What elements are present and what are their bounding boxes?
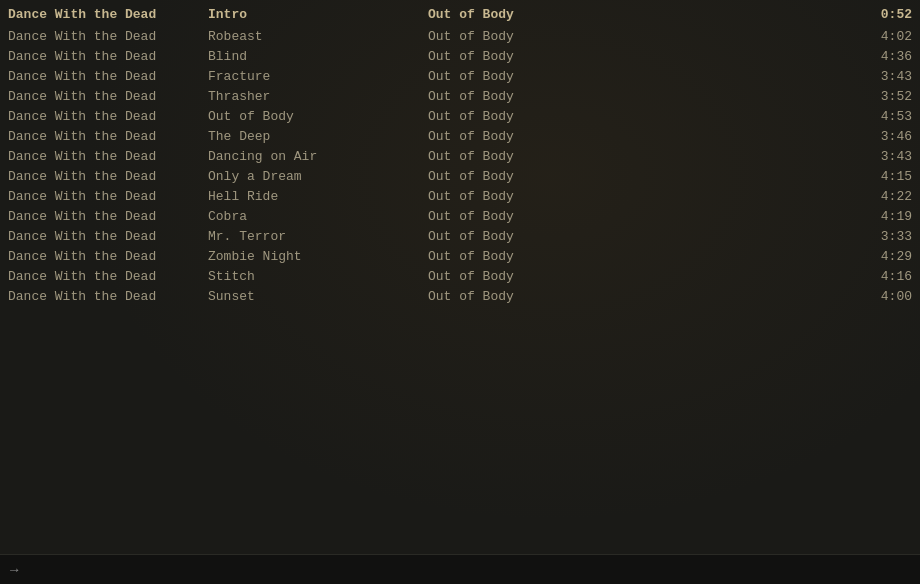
- table-row[interactable]: Dance With the DeadOnly a DreamOut of Bo…: [0, 166, 920, 186]
- track-title: Hell Ride: [208, 189, 428, 204]
- table-row[interactable]: Dance With the DeadOut of BodyOut of Bod…: [0, 106, 920, 126]
- table-row[interactable]: Dance With the DeadFractureOut of Body3:…: [0, 66, 920, 86]
- track-duration: 4:19: [852, 209, 912, 224]
- bottom-bar: →: [0, 554, 920, 584]
- header-album: Out of Body: [428, 7, 852, 22]
- track-artist: Dance With the Dead: [8, 189, 208, 204]
- track-title: Out of Body: [208, 109, 428, 124]
- track-duration: 4:16: [852, 269, 912, 284]
- track-duration: 3:43: [852, 149, 912, 164]
- track-album: Out of Body: [428, 89, 852, 104]
- track-artist: Dance With the Dead: [8, 269, 208, 284]
- track-title: Fracture: [208, 69, 428, 84]
- track-title: Stitch: [208, 269, 428, 284]
- header-title: Intro: [208, 7, 428, 22]
- track-album: Out of Body: [428, 29, 852, 44]
- track-duration: 3:52: [852, 89, 912, 104]
- track-duration: 4:15: [852, 169, 912, 184]
- track-album: Out of Body: [428, 109, 852, 124]
- track-artist: Dance With the Dead: [8, 149, 208, 164]
- track-artist: Dance With the Dead: [8, 289, 208, 304]
- track-title: Mr. Terror: [208, 229, 428, 244]
- track-title: Thrasher: [208, 89, 428, 104]
- table-row[interactable]: Dance With the DeadBlindOut of Body4:36: [0, 46, 920, 66]
- table-row[interactable]: Dance With the DeadThrasherOut of Body3:…: [0, 86, 920, 106]
- track-duration: 4:53: [852, 109, 912, 124]
- track-title: Dancing on Air: [208, 149, 428, 164]
- table-row[interactable]: Dance With the DeadThe DeepOut of Body3:…: [0, 126, 920, 146]
- track-artist: Dance With the Dead: [8, 29, 208, 44]
- track-title: Cobra: [208, 209, 428, 224]
- track-duration: 4:36: [852, 49, 912, 64]
- track-album: Out of Body: [428, 49, 852, 64]
- track-album: Out of Body: [428, 269, 852, 284]
- table-row[interactable]: Dance With the DeadStitchOut of Body4:16: [0, 266, 920, 286]
- track-duration: 4:22: [852, 189, 912, 204]
- header-duration: 0:52: [852, 7, 912, 22]
- track-duration: 3:33: [852, 229, 912, 244]
- track-album: Out of Body: [428, 169, 852, 184]
- track-album: Out of Body: [428, 209, 852, 224]
- table-row[interactable]: Dance With the DeadHell RideOut of Body4…: [0, 186, 920, 206]
- table-row[interactable]: Dance With the DeadMr. TerrorOut of Body…: [0, 226, 920, 246]
- track-artist: Dance With the Dead: [8, 169, 208, 184]
- track-album: Out of Body: [428, 129, 852, 144]
- track-album: Out of Body: [428, 149, 852, 164]
- header-artist: Dance With the Dead: [8, 7, 208, 22]
- track-title: Sunset: [208, 289, 428, 304]
- track-artist: Dance With the Dead: [8, 129, 208, 144]
- track-album: Out of Body: [428, 189, 852, 204]
- track-album: Out of Body: [428, 229, 852, 244]
- track-album: Out of Body: [428, 249, 852, 264]
- table-row[interactable]: Dance With the DeadSunsetOut of Body4:00: [0, 286, 920, 306]
- table-row[interactable]: Dance With the DeadDancing on AirOut of …: [0, 146, 920, 166]
- track-title: The Deep: [208, 129, 428, 144]
- track-title: Only a Dream: [208, 169, 428, 184]
- track-artist: Dance With the Dead: [8, 69, 208, 84]
- track-artist: Dance With the Dead: [8, 109, 208, 124]
- track-title: Robeast: [208, 29, 428, 44]
- track-duration: 4:29: [852, 249, 912, 264]
- track-duration: 3:43: [852, 69, 912, 84]
- track-title: Zombie Night: [208, 249, 428, 264]
- track-duration: 4:00: [852, 289, 912, 304]
- track-duration: 4:02: [852, 29, 912, 44]
- track-list: Dance With the Dead Intro Out of Body 0:…: [0, 0, 920, 310]
- track-artist: Dance With the Dead: [8, 209, 208, 224]
- table-row[interactable]: Dance With the DeadCobraOut of Body4:19: [0, 206, 920, 226]
- track-album: Out of Body: [428, 69, 852, 84]
- track-title: Blind: [208, 49, 428, 64]
- track-artist: Dance With the Dead: [8, 249, 208, 264]
- table-row[interactable]: Dance With the DeadZombie NightOut of Bo…: [0, 246, 920, 266]
- track-duration: 3:46: [852, 129, 912, 144]
- table-row[interactable]: Dance With the DeadRobeastOut of Body4:0…: [0, 26, 920, 46]
- track-artist: Dance With the Dead: [8, 49, 208, 64]
- track-list-header: Dance With the Dead Intro Out of Body 0:…: [0, 4, 920, 24]
- track-album: Out of Body: [428, 289, 852, 304]
- track-artist: Dance With the Dead: [8, 89, 208, 104]
- track-artist: Dance With the Dead: [8, 229, 208, 244]
- arrow-icon: →: [10, 562, 18, 578]
